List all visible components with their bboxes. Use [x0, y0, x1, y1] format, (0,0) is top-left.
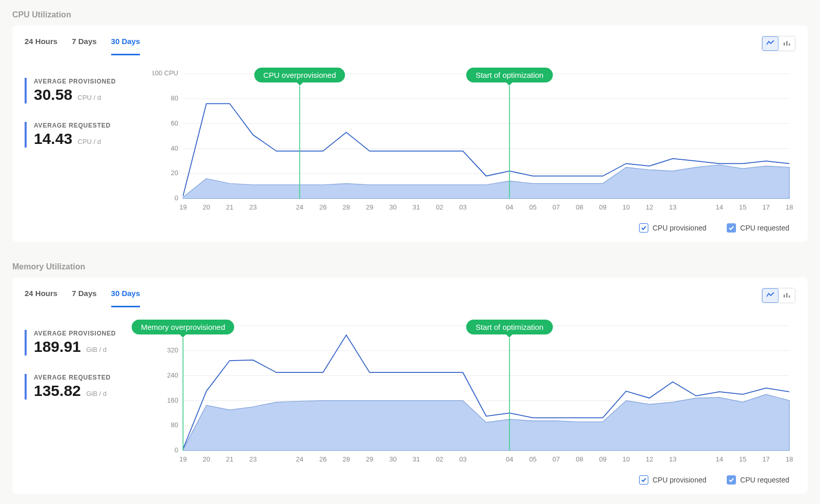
svg-text:80: 80	[171, 94, 178, 102]
stat-avg-requested-mem: AVERAGE REQUESTED 135.82 GiB / d	[25, 374, 142, 400]
tab-24-hours[interactable]: 24 Hours	[25, 284, 57, 307]
checkbox-icon	[639, 475, 648, 485]
tab-30-days[interactable]: 30 Days	[111, 284, 140, 307]
svg-text:14: 14	[715, 455, 723, 463]
svg-text:19: 19	[179, 455, 187, 463]
svg-text:0: 0	[174, 194, 178, 202]
bar-chart-toggle[interactable]	[778, 288, 795, 303]
stat-avg-provisioned-cpu: AVERAGE PROVISIONED 30.58 CPU / d	[25, 78, 142, 103]
tab-30-days[interactable]: 30 Days	[111, 32, 140, 55]
svg-text:18: 18	[786, 203, 793, 211]
svg-text:05: 05	[529, 455, 536, 463]
svg-text:23: 23	[249, 203, 256, 211]
line-chart-icon	[766, 291, 774, 300]
checkbox-icon	[727, 223, 736, 233]
bar-chart-icon	[783, 39, 791, 48]
svg-text:30: 30	[389, 455, 396, 463]
svg-text:80: 80	[171, 421, 178, 429]
svg-text:13: 13	[669, 455, 676, 463]
svg-text:15: 15	[739, 203, 746, 211]
svg-text:0: 0	[174, 446, 178, 454]
stat-label: AVERAGE REQUESTED	[34, 122, 142, 129]
bar-chart-icon	[783, 291, 791, 300]
svg-text:14: 14	[715, 203, 723, 211]
svg-text:19: 19	[179, 203, 187, 211]
stat-value: 30.58	[34, 86, 72, 103]
svg-text:17: 17	[762, 203, 769, 211]
svg-text:23: 23	[249, 455, 256, 463]
stat-label: AVERAGE REQUESTED	[34, 374, 142, 381]
line-chart-toggle[interactable]	[762, 288, 778, 303]
svg-text:08: 08	[576, 455, 583, 463]
svg-text:17: 17	[762, 455, 769, 463]
legend-cpu-provisioned[interactable]: CPU provisioned	[639, 223, 706, 233]
svg-text:29: 29	[366, 455, 373, 463]
svg-text:03: 03	[459, 455, 466, 463]
svg-text:04: 04	[506, 203, 513, 211]
stat-value: 189.91	[34, 338, 81, 355]
svg-text:20: 20	[171, 169, 178, 177]
svg-text:20: 20	[202, 203, 210, 211]
svg-text:26: 26	[319, 203, 326, 211]
tab-24-hours[interactable]: 24 Hours	[25, 32, 57, 55]
stat-avg-requested-cpu: AVERAGE REQUESTED 14.43 CPU / d	[25, 122, 142, 148]
tab-7-days[interactable]: 7 Days	[72, 284, 96, 307]
svg-text:31: 31	[413, 455, 420, 463]
svg-rect-0	[784, 43, 785, 46]
stat-unit: GiB / d	[86, 346, 107, 353]
legend-cpu-requested[interactable]: CPU requested	[727, 223, 789, 233]
svg-text:08: 08	[576, 203, 583, 211]
annotation-start-optimization-cpu: Start of optimization	[466, 68, 553, 82]
stat-unit: CPU / d	[78, 94, 101, 101]
legend-mem-provisioned[interactable]: CPU provisioned	[639, 475, 706, 485]
svg-text:21: 21	[226, 203, 233, 211]
svg-text:320: 320	[167, 346, 178, 354]
legend-label: CPU provisioned	[652, 476, 706, 484]
legend-label: CPU requested	[740, 224, 789, 232]
stat-avg-provisioned-mem: AVERAGE PROVISIONED 189.91 GiB / d	[25, 330, 142, 355]
svg-text:18: 18	[786, 455, 793, 463]
tab-7-days[interactable]: 7 Days	[72, 32, 96, 55]
stat-value: 135.82	[34, 382, 81, 400]
stat-value: 14.43	[34, 130, 72, 148]
line-chart-toggle[interactable]	[762, 36, 778, 51]
svg-rect-44	[789, 296, 790, 298]
annotation-memory-overprovisioned: Memory overprovisioned	[132, 320, 234, 334]
svg-text:240: 240	[167, 371, 178, 379]
checkbox-icon	[727, 475, 736, 485]
svg-text:04: 04	[506, 455, 513, 463]
svg-text:03: 03	[459, 203, 466, 211]
svg-text:02: 02	[436, 203, 443, 211]
memory-chart: 080160240320400 GiB192021232426282930310…	[153, 320, 795, 465]
svg-text:40: 40	[171, 144, 178, 152]
bar-chart-toggle[interactable]	[778, 36, 795, 51]
svg-text:12: 12	[646, 203, 653, 211]
svg-text:07: 07	[552, 203, 560, 211]
stat-unit: CPU / d	[78, 138, 101, 145]
svg-text:02: 02	[436, 455, 443, 463]
svg-text:26: 26	[319, 455, 326, 463]
svg-text:13: 13	[669, 203, 676, 211]
stat-label: AVERAGE PROVISIONED	[34, 78, 142, 85]
chart-type-toggle-cpu	[762, 36, 795, 51]
section-title-cpu: CPU Utilization	[12, 10, 808, 19]
cpu-panel: 24 Hours 7 Days 30 Days AVERAGE PROVISIO…	[12, 26, 808, 242]
svg-text:20: 20	[202, 455, 210, 463]
svg-text:07: 07	[552, 455, 560, 463]
stat-unit: GiB / d	[86, 390, 107, 397]
stat-label: AVERAGE PROVISIONED	[34, 330, 142, 337]
svg-text:28: 28	[342, 455, 350, 463]
cpu-tabs: 24 Hours 7 Days 30 Days	[25, 32, 140, 55]
svg-text:30: 30	[389, 203, 396, 211]
svg-rect-1	[786, 41, 788, 46]
svg-text:60: 60	[171, 119, 178, 127]
svg-text:12: 12	[646, 455, 653, 463]
svg-text:10: 10	[622, 203, 629, 211]
svg-text:28: 28	[342, 203, 350, 211]
legend-mem-requested[interactable]: CPU requested	[727, 475, 789, 485]
svg-text:31: 31	[413, 203, 420, 211]
svg-text:100 CPU: 100 CPU	[153, 69, 178, 77]
annotation-start-optimization-mem: Start of optimization	[466, 320, 553, 334]
svg-text:05: 05	[529, 203, 536, 211]
legend-label: CPU provisioned	[652, 224, 706, 232]
